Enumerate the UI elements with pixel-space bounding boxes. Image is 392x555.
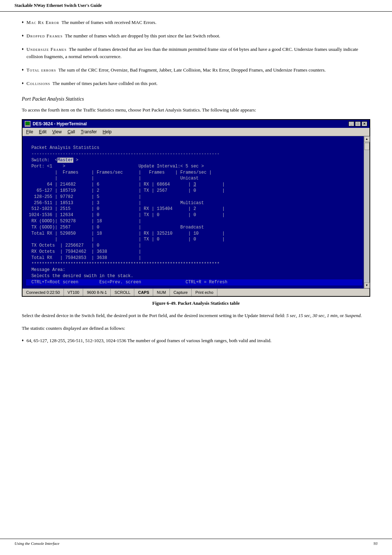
bullet-diamond-4: ♦ xyxy=(22,68,24,72)
terminal-line-2: ----------------------------------------… xyxy=(26,151,362,157)
terminal-scrollbar[interactable]: ▲ ▼ xyxy=(364,136,369,288)
section-heading: Port Packet Analysis Statistics xyxy=(22,96,370,102)
bottom-bullet-text: 64, 65-127, 128-255, 256-511, 512-1023, … xyxy=(26,337,271,345)
bullet-item-3: ♦ Undersize Frames The number of frames … xyxy=(22,46,370,61)
bullet-diamond-3: ♦ xyxy=(22,47,24,51)
terminal-line-15: Total RX | 529850 | 18 | RX | 325210 | 1… xyxy=(26,231,362,237)
terminal-line-11: 512-1023 | 2515 | 0 | RX | 135404 | 2 | xyxy=(26,206,362,212)
terminal-line-22: Selects the desired swith in the stack. xyxy=(26,273,362,279)
menu-view[interactable]: View xyxy=(50,129,64,135)
terminal-line-4: Port: <1 > Update Interval:< 5 sec > xyxy=(26,163,362,170)
scroll-thumb[interactable] xyxy=(364,143,369,150)
body-text-2: The statistic counters displayed are def… xyxy=(22,325,370,332)
bullet-item-4: ♦ Total errors The sum of the CRC Error,… xyxy=(22,66,370,74)
status-num: NUM xyxy=(153,289,170,296)
svg-rect-1 xyxy=(25,125,30,126)
titlebar-left: DES-3624 - HyperTerminal xyxy=(25,121,87,127)
status-capture: Capture xyxy=(170,289,192,296)
terminal-area: Packet Analysis Statistics -------------… xyxy=(23,136,369,288)
maximize-button[interactable]: □ xyxy=(355,121,361,126)
svg-rect-0 xyxy=(25,122,30,125)
menu-transfer[interactable]: Transfer xyxy=(79,129,99,135)
page-content: ♦ Mac Rx Error The number of frames with… xyxy=(0,12,392,358)
section-intro: To access the fourth item on the Traffic… xyxy=(22,106,370,114)
bullet-term-3: Undersize Frames xyxy=(26,46,66,52)
terminal-line-23: CTRL+T=Root screen Esc=Prev. screen CTRL… xyxy=(26,279,362,285)
status-connected: Connected 0:22:50 xyxy=(23,289,64,296)
status-caps: CAPS xyxy=(134,289,153,296)
footer-left: Using the Console Interface xyxy=(15,541,60,546)
window-controls: _ □ ✕ xyxy=(348,121,367,126)
hyper-titlebar: DES-3624 - HyperTerminal _ □ ✕ xyxy=(23,120,369,128)
hyper-menubar: File Edit View Call Transfer Help xyxy=(23,128,369,136)
terminal-line-14: TX (GOOD)| 2567 | 0 | Broadcast xyxy=(26,224,362,231)
terminal-line-20: ****************************************… xyxy=(26,261,362,267)
footer-right: 93 xyxy=(373,541,377,546)
terminal-line-1: Packet Analysis Statistics xyxy=(26,145,362,151)
terminal-content[interactable]: Packet Analysis Statistics -------------… xyxy=(23,136,369,288)
bullet-text-2: Dropped Frames The number of frames whic… xyxy=(26,32,220,40)
bullet-term-4: Total errors xyxy=(26,67,56,73)
bullet-text-1: Mac Rx Error The number of frames with r… xyxy=(26,19,156,27)
terminal-line-0 xyxy=(26,139,362,145)
terminal-line-8: 65-127 | 185719 | 2 | TX | 2567 | 0 | xyxy=(26,188,362,194)
status-baud: 9600 8-N-1 xyxy=(83,289,111,296)
terminal-line-13: RX (GOOD)| 529278 | 18 | xyxy=(26,218,362,224)
close-button[interactable]: ✕ xyxy=(362,121,367,126)
terminal-line-12: 1024-1536 | 12634 | 0 | TX | 0 | 0 | xyxy=(26,212,362,218)
scroll-up-arrow[interactable]: ▲ xyxy=(364,136,370,142)
terminal-line-9: 128-255 | 97782 | 5 | xyxy=(26,194,362,200)
terminal-line-16: | | | TX | 0 | 0 | xyxy=(26,236,362,243)
menu-call[interactable]: Call xyxy=(65,129,77,135)
app-icon xyxy=(25,121,30,127)
bullet-item-5: ♦ Collisions The number of times packets… xyxy=(22,80,370,88)
bullet-diamond-1: ♦ xyxy=(22,20,24,24)
page-header: Stackable NWay Ethernet Switch User's Gu… xyxy=(0,0,392,12)
bullet-text-5: Collisions The number of times packets h… xyxy=(26,80,158,88)
hyper-statusbar: Connected 0:22:50 VT100 9600 8-N-1 SCROL… xyxy=(23,288,369,296)
window-title: DES-3624 - HyperTerminal xyxy=(33,121,87,126)
bullet-diamond-5: ♦ xyxy=(22,81,24,85)
scroll-down-arrow[interactable]: ▼ xyxy=(364,283,370,288)
terminal-line-5: | Frames | Frames/sec | Frames | Frames/… xyxy=(26,170,362,176)
bullet-text-3: Undersize Frames The number of frames de… xyxy=(26,46,370,61)
terminal-line-7: 64 | 214682 | 6 | RX | 68664 | 3 | xyxy=(26,182,362,188)
menu-file[interactable]: File xyxy=(24,129,35,135)
terminal-line-21: Message Area: xyxy=(26,267,362,273)
bottom-bullet-diamond: ♦ xyxy=(22,338,24,342)
bullet-item-1: ♦ Mac Rx Error The number of frames with… xyxy=(22,19,370,27)
figure-caption: Figure 6-49. Packet Analysis Statistics … xyxy=(22,300,370,306)
menu-help[interactable]: Help xyxy=(101,129,114,135)
bullet-list: ♦ Mac Rx Error The number of frames with… xyxy=(22,19,370,88)
header-title: Stackable NWay Ethernet Switch User's Gu… xyxy=(15,3,102,8)
hyper-terminal-window: DES-3624 - HyperTerminal _ □ ✕ File Edit… xyxy=(22,119,370,297)
minimize-button[interactable]: _ xyxy=(348,121,354,126)
bottom-bullet-term: 64, 65-127, 128-255, 256-511, 512-1023, … xyxy=(26,338,126,343)
terminal-line-3: Switch: <Master > xyxy=(26,157,362,163)
bullet-term-2: Dropped Frames xyxy=(26,33,62,39)
bottom-bullet-item: ♦ 64, 65-127, 128-255, 256-511, 512-1023… xyxy=(22,337,370,345)
bullet-term-1: Mac Rx Error xyxy=(26,20,59,25)
status-printecho: Print echo xyxy=(192,289,217,296)
terminal-line-10: 256-511 | 18513 | 3 | Multicast xyxy=(26,200,362,206)
bullet-term-5: Collisions xyxy=(26,81,50,86)
terminal-line-17: TX Octets | 2256627 | 0 | xyxy=(26,243,362,249)
terminal-line-19: Total RX | 75942853 | 3638 | xyxy=(26,255,362,261)
bullet-text-4: Total errors The sum of the CRC Error, O… xyxy=(26,66,326,74)
bullet-item-2: ♦ Dropped Frames The number of frames wh… xyxy=(22,32,370,40)
status-scroll: SCROLL xyxy=(111,289,134,296)
page-footer: Using the Console Interface 93 xyxy=(0,539,392,548)
body-text-1: Select the desired device in the Switch … xyxy=(22,312,370,320)
terminal-line-6: | | | Unicast xyxy=(26,175,362,182)
status-vt: VT100 xyxy=(64,289,83,296)
bullet-diamond-2: ♦ xyxy=(22,33,24,37)
terminal-line-18: RX Octets | 75942462 | 3638 | xyxy=(26,249,362,255)
menu-edit[interactable]: Edit xyxy=(37,129,49,135)
